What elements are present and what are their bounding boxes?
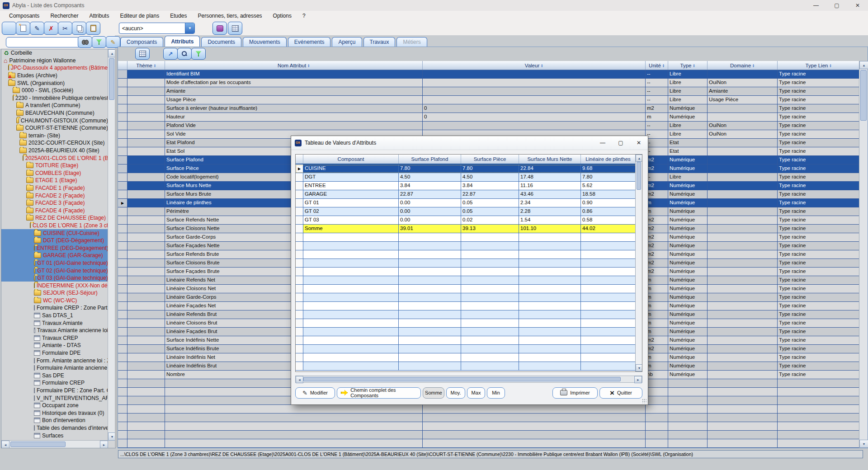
min-button[interactable]: Min <box>487 387 505 399</box>
tree-item-2230-immobili-re-publique-centre-est-br[interactable]: 2230 - Immobilière Publique centre/est B… <box>1 94 108 102</box>
table-row[interactable] <box>118 414 860 422</box>
table-row[interactable]: Surface à enlever (hauteur insuffisante)… <box>118 104 860 113</box>
row-selector[interactable] <box>118 362 127 371</box>
tree-item-gt-01-gai-gaine-technique[interactable]: GT 01 (GAI-Gaine technique) <box>1 259 108 267</box>
cell[interactable] <box>708 293 778 302</box>
search-funnel-button[interactable] <box>92 36 106 48</box>
values-row[interactable] <box>296 362 642 371</box>
cell[interactable] <box>127 113 165 122</box>
minimize-button[interactable]: — <box>806 0 826 11</box>
row-selector[interactable] <box>118 190 127 199</box>
chemin-complet-des-composants-button[interactable]: Chemin complet des Composants <box>337 387 421 399</box>
row-selector[interactable] <box>118 225 127 233</box>
scroll-left-icon[interactable]: ◄ <box>1 441 9 448</box>
menu-item-attributs[interactable]: Attributs <box>84 11 114 20</box>
cell[interactable]: m <box>646 328 668 336</box>
close-button[interactable]: ✕ <box>847 0 868 11</box>
cell[interactable] <box>581 345 636 353</box>
cell[interactable] <box>165 414 423 422</box>
cell[interactable]: 43.46 <box>519 190 581 199</box>
tab-mouvements[interactable]: Mouvements <box>243 37 287 47</box>
scroll-up-icon[interactable]: ▲ <box>859 61 868 69</box>
cell[interactable]: 7.80 <box>461 164 519 173</box>
cell[interactable] <box>708 328 778 336</box>
dialog-maximize-button[interactable]: ▢ <box>612 136 630 150</box>
tree-item-bon-d-intervention[interactable]: Bon d'intervention <box>1 417 108 424</box>
cell[interactable]: 5.62 <box>581 182 636 190</box>
cell[interactable]: m2 <box>646 216 668 225</box>
tree-item-jpc-daussoulx-4-appartements-b-timent[interactable]: JPC-Daussoulx 4 appartements (Bâtiment) <box>1 64 108 72</box>
tree-item-facade-4-fa-ade[interactable]: FACADE 4 (Façade) <box>1 207 108 214</box>
cell[interactable]: Numérique <box>668 182 708 190</box>
cell[interactable] <box>399 353 461 362</box>
cell[interactable]: DGT <box>303 173 399 182</box>
cell[interactable]: 4.50 <box>461 173 519 182</box>
cell[interactable] <box>399 293 461 302</box>
cell[interactable] <box>127 414 165 422</box>
maximize-button[interactable]: ▢ <box>826 0 847 11</box>
cell[interactable]: Mode d'affectation par les occupants <box>165 79 423 87</box>
toolbar-new-button[interactable] <box>16 22 30 35</box>
cell[interactable] <box>519 285 581 293</box>
values-row[interactable] <box>296 250 642 259</box>
row-selector[interactable] <box>118 122 127 130</box>
cell[interactable] <box>127 156 165 164</box>
cell[interactable]: Libre <box>668 122 708 130</box>
values-column-surface-plafond[interactable]: Surface Plafond <box>399 155 461 164</box>
cell[interactable]: Numérique <box>668 328 708 336</box>
cell[interactable] <box>519 345 581 353</box>
cell[interactable]: 0.05 <box>461 199 519 207</box>
toolbar-edit-button[interactable] <box>30 22 44 35</box>
values-row-entree[interactable]: ENTREE3.843.8411.165.62 <box>296 182 642 190</box>
tree-item-2025a001-clos-de-l-orne-1-b-tim[interactable]: 2025A001-CLOS DE L'ORNE 1 (Bâtim <box>1 154 108 162</box>
cell[interactable] <box>519 276 581 285</box>
dialog-close-button[interactable]: ✕ <box>630 136 648 150</box>
values-row[interactable] <box>296 276 642 285</box>
cell[interactable]: Type racine <box>778 79 860 87</box>
cell[interactable]: Type racine <box>778 319 860 328</box>
row-selector[interactable] <box>118 87 127 96</box>
cell[interactable] <box>708 405 778 414</box>
cell[interactable]: Type racine <box>778 310 860 319</box>
cell[interactable]: Identifiant BIM <box>165 70 423 79</box>
cell[interactable]: OuiNon <box>708 79 778 87</box>
cell[interactable]: 39.01 <box>399 225 461 233</box>
values-row[interactable] <box>296 353 642 362</box>
cell[interactable]: Type racine <box>778 353 860 362</box>
cell[interactable]: 0.58 <box>581 216 636 225</box>
cell[interactable] <box>127 164 165 173</box>
tab-attributs[interactable]: Attributs <box>165 36 200 47</box>
cell[interactable] <box>778 414 860 422</box>
tree-item-corbeille[interactable]: Corbeille <box>1 49 108 57</box>
cell[interactable]: GARAGE <box>303 190 399 199</box>
menu-item-options[interactable]: Options <box>268 11 297 20</box>
row-selector[interactable] <box>118 353 127 362</box>
toolbar-paste-button[interactable] <box>86 22 100 35</box>
row-selector[interactable] <box>118 293 127 302</box>
cell[interactable]: Hauteur <box>165 113 423 122</box>
cell[interactable] <box>303 336 399 345</box>
cell[interactable]: Somme <box>303 225 399 233</box>
tree-item-2025a-beaurieux-40-site[interactable]: 2025A-BEAURIEUX 40 (Site) <box>1 147 108 155</box>
cell[interactable]: Numérique <box>668 371 708 379</box>
menu-item-etudes[interactable]: Etudes <box>165 11 192 20</box>
cell[interactable]: Type racine <box>778 122 860 130</box>
tree-item-formulaire-dpe-zone-part-co[interactable]: Formulaire DPE : Zone Part. Co <box>1 387 108 395</box>
resize-grip[interactable] <box>642 399 646 403</box>
tree-item-v-int-interventions-arbo[interactable]: V_INT_INTERVENTIONS_ARBO <box>1 394 108 402</box>
cell[interactable]: 22.84 <box>519 164 581 173</box>
tab-aper-u[interactable]: Aperçu <box>332 37 362 47</box>
imprimer-button[interactable]: Imprimer <box>552 387 598 399</box>
cell[interactable] <box>423 405 646 414</box>
cell[interactable] <box>423 96 646 104</box>
tree-item-beauvechain-commune[interactable]: BEAUVECHAIN (Commune) <box>1 109 108 117</box>
cell[interactable]: Type racine <box>778 199 860 207</box>
cell[interactable] <box>708 319 778 328</box>
cell[interactable] <box>127 139 165 147</box>
cell[interactable] <box>127 276 165 285</box>
values-row-gt-02[interactable]: GT 020.000.052.280.86 <box>296 207 642 216</box>
cell[interactable] <box>303 242 399 250</box>
cell[interactable]: Type racine <box>778 70 860 79</box>
tree-item-etudes-archive[interactable]: Etudes (Archive) <box>1 72 108 80</box>
cell[interactable] <box>303 259 399 268</box>
